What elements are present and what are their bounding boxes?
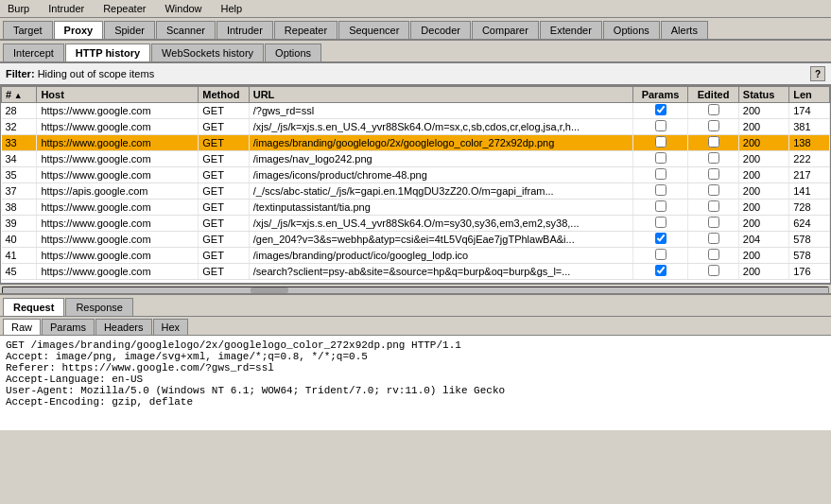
cell-status: 200 [738, 119, 788, 135]
subtab-http-history[interactable]: HTTP history [65, 43, 150, 61]
table-row[interactable]: 38 https://www.google.com GET /textinput… [2, 200, 830, 216]
cell-method: GET [199, 103, 249, 119]
tab-sequencer[interactable]: Sequencer [338, 21, 409, 39]
cell-params[interactable] [632, 264, 688, 280]
cell-len: 728 [789, 200, 830, 216]
cell-status: 200 [738, 167, 788, 183]
table-row[interactable]: 35 https://www.google.com GET /images/ic… [2, 167, 830, 183]
cell-url: /?gws_rd=ssl [249, 103, 632, 119]
cell-params[interactable] [632, 183, 688, 200]
cell-url: /search?sclient=psy-ab&site=&source=hp&q… [249, 264, 632, 280]
table-row[interactable]: 34 https://www.google.com GET /images/na… [2, 151, 830, 167]
tab-raw[interactable]: Raw [3, 319, 41, 335]
cell-edited[interactable] [688, 119, 738, 135]
tab-alerts[interactable]: Alerts [661, 21, 708, 39]
cell-len: 624 [789, 216, 830, 232]
table-row[interactable]: 37 https://apis.google.com GET /_/scs/ab… [2, 183, 830, 200]
cell-method: GET [199, 135, 249, 151]
http-history-table-container[interactable]: # Host Method URL Params Edited Status L… [0, 85, 831, 284]
cell-edited[interactable] [688, 103, 738, 119]
cell-edited[interactable] [688, 216, 738, 232]
cell-params[interactable] [632, 248, 688, 264]
cell-url: /gen_204?v=3&s=webhp&atyp=csi&ei=4tL5Vq6… [249, 232, 632, 248]
cell-params[interactable] [632, 167, 688, 183]
cell-edited[interactable] [688, 264, 738, 280]
subtab-websockets-history[interactable]: WebSockets history [151, 43, 264, 61]
cell-method: GET [199, 248, 249, 264]
cell-host: https://www.google.com [37, 264, 199, 280]
cell-params[interactable] [632, 232, 688, 248]
cell-len: 222 [789, 151, 830, 167]
cell-edited[interactable] [688, 151, 738, 167]
tab-target[interactable]: Target [3, 21, 53, 39]
table-row[interactable]: 33 https://www.google.com GET /images/br… [2, 135, 830, 151]
col-header-params[interactable]: Params [632, 87, 688, 103]
col-header-len[interactable]: Len [789, 87, 830, 103]
tab-comparer[interactable]: Comparer [472, 21, 539, 39]
cell-edited[interactable] [688, 167, 738, 183]
menu-repeater[interactable]: Repeater [99, 2, 149, 15]
tab-proxy[interactable]: Proxy [54, 21, 104, 39]
col-header-method[interactable]: Method [199, 87, 249, 103]
col-header-url[interactable]: URL [249, 87, 632, 103]
cell-num: 37 [2, 183, 37, 200]
cell-status: 200 [738, 151, 788, 167]
tab-intruder[interactable]: Intruder [216, 21, 273, 39]
menu-help[interactable]: Help [217, 2, 247, 15]
cell-params[interactable] [632, 119, 688, 135]
cell-params[interactable] [632, 151, 688, 167]
cell-host: https://www.google.com [37, 135, 199, 151]
scroll-track[interactable] [2, 287, 829, 294]
cell-edited[interactable] [688, 248, 738, 264]
cell-method: GET [199, 167, 249, 183]
table-row[interactable]: 28 https://www.google.com GET /?gws_rd=s… [2, 103, 830, 119]
cell-edited[interactable] [688, 183, 738, 200]
filter-value: Hiding out of scope items [38, 68, 155, 79]
cell-len: 141 [789, 183, 830, 200]
table-row[interactable]: 39 https://www.google.com GET /xjs/_/js/… [2, 216, 830, 232]
table-row[interactable]: 40 https://www.google.com GET /gen_204?v… [2, 232, 830, 248]
table-row[interactable]: 45 https://www.google.com GET /search?sc… [2, 264, 830, 280]
cell-params[interactable] [632, 200, 688, 216]
cell-edited[interactable] [688, 135, 738, 151]
col-header-host[interactable]: Host [37, 87, 199, 103]
cell-params[interactable] [632, 103, 688, 119]
tab-hex[interactable]: Hex [153, 319, 189, 335]
cell-params[interactable] [632, 135, 688, 151]
tab-options[interactable]: Options [603, 21, 660, 39]
cell-host: https://apis.google.com [37, 183, 199, 200]
cell-edited[interactable] [688, 232, 738, 248]
table-row[interactable]: 41 https://www.google.com GET /images/br… [2, 248, 830, 264]
menu-burp[interactable]: Burp [4, 2, 33, 15]
cell-method: GET [199, 216, 249, 232]
cell-url: /xjs/_/js/k=xjs.s.en_US.4_yvr88Sk64.O/m=… [249, 119, 632, 135]
tab-request[interactable]: Request [3, 298, 64, 316]
tab-extender[interactable]: Extender [540, 21, 602, 39]
col-header-num[interactable]: # [2, 87, 37, 103]
tab-scanner[interactable]: Scanner [156, 21, 216, 39]
cell-host: https://www.google.com [37, 200, 199, 216]
table-row[interactable]: 32 https://www.google.com GET /xjs/_/js/… [2, 119, 830, 135]
col-header-edited[interactable]: Edited [688, 87, 738, 103]
subtab-intercept[interactable]: Intercept [3, 43, 64, 61]
col-header-status[interactable]: Status [738, 87, 788, 103]
cell-host: https://www.google.com [37, 248, 199, 264]
menu-window[interactable]: Window [161, 2, 205, 15]
tab-repeater[interactable]: Repeater [274, 21, 338, 39]
help-icon[interactable]: ? [810, 66, 825, 81]
tab-params[interactable]: Params [42, 319, 95, 335]
tab-response[interactable]: Response [65, 298, 133, 316]
cell-params[interactable] [632, 216, 688, 232]
cell-url: /images/branding/product/ico/googleg_lod… [249, 248, 632, 264]
subtab-options[interactable]: Options [265, 43, 321, 61]
tab-headers[interactable]: Headers [95, 319, 152, 335]
tab-decoder[interactable]: Decoder [410, 21, 471, 39]
tab-spider[interactable]: Spider [104, 21, 155, 39]
horizontal-scrollbar[interactable] [0, 284, 831, 293]
scroll-thumb[interactable] [251, 287, 288, 293]
cell-num: 39 [2, 216, 37, 232]
cell-len: 578 [789, 232, 830, 248]
cell-edited[interactable] [688, 200, 738, 216]
menu-intruder[interactable]: Intruder [44, 2, 88, 15]
cell-method: GET [199, 200, 249, 216]
